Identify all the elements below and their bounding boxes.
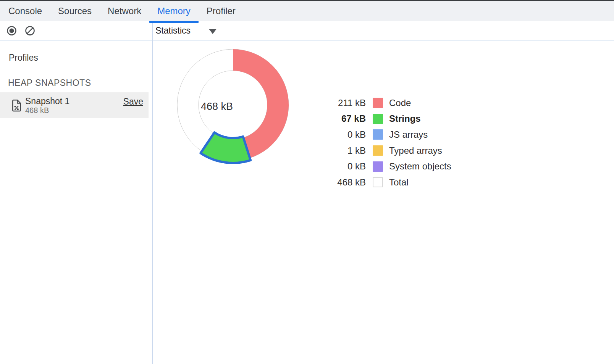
snapshot-list-item[interactable]: Snapshot 1 468 kB Save [0, 92, 149, 118]
memory-main-toolbar: Statistics [153, 21, 614, 41]
legend-label: Strings [389, 113, 421, 124]
active-tab-underline [149, 21, 199, 23]
legend-swatch-icon [373, 145, 383, 156]
legend-row-typed-arrays[interactable]: 1 kBTyped arrays [328, 143, 451, 159]
legend-size: 0 kB [328, 161, 366, 172]
legend-size: 67 kB [328, 113, 366, 124]
tab-memory[interactable]: Memory [149, 1, 199, 21]
donut-center-total-label: 468 kB [184, 101, 249, 113]
snapshot-title: Snapshot 1 [25, 96, 69, 106]
heap-snapshot-file-icon [12, 99, 21, 112]
legend-row-system-objects[interactable]: 0 kBSystem objects [328, 158, 451, 174]
tab-sources[interactable]: Sources [50, 1, 100, 21]
legend-row-code[interactable]: 211 kBCode [328, 95, 451, 111]
clear-icon [25, 26, 35, 36]
perspective-dropdown[interactable]: Statistics [155, 26, 217, 36]
legend-label: JS arrays [389, 129, 428, 140]
legend-swatch-icon [373, 177, 383, 187]
legend-row-total[interactable]: 468 kBTotal [328, 174, 451, 190]
tab-network[interactable]: Network [100, 1, 149, 21]
record-heap-snapshot-button[interactable] [6, 26, 17, 36]
chevron-down-icon [209, 29, 217, 34]
legend-row-js-arrays[interactable]: 0 kBJS arrays [328, 127, 451, 143]
legend-label: System objects [389, 161, 451, 172]
legend-size: 1 kB [328, 145, 366, 156]
legend-swatch-icon [373, 129, 383, 140]
profiles-heading: Profiles [9, 53, 152, 63]
legend-label: Total [389, 177, 409, 188]
legend-row-strings[interactable]: 67 kBStrings [328, 111, 451, 127]
memory-main-panel: Statistics 468 kB 211 kBCode67 kBStrings… [153, 21, 614, 364]
legend-size: 468 kB [328, 177, 366, 188]
legend-label: Typed arrays [389, 145, 442, 156]
snapshot-size: 468 kB [25, 106, 69, 114]
profiles-sidebar: Profiles HEAP SNAPSHOTS Snapshot 1 468 k… [0, 21, 153, 364]
profiles-toolbar [0, 21, 152, 41]
save-snapshot-link[interactable]: Save [123, 97, 143, 107]
heap-snapshots-heading: HEAP SNAPSHOTS [8, 78, 152, 88]
chart-legend: 211 kBCode67 kBStrings0 kBJS arrays1 kBT… [328, 95, 451, 190]
legend-size: 0 kB [328, 129, 366, 140]
panel-body: Profiles HEAP SNAPSHOTS Snapshot 1 468 k… [0, 21, 614, 364]
legend-label: Code [389, 98, 411, 108]
legend-swatch-icon [373, 114, 383, 124]
statistics-chart-area: 468 kB 211 kBCode67 kBStrings0 kBJS arra… [153, 41, 614, 364]
clear-profiles-button[interactable] [25, 26, 35, 36]
donut-slice-strings[interactable] [200, 132, 250, 163]
record-icon [6, 26, 17, 36]
legend-size: 211 kB [328, 98, 366, 108]
devtools-tab-bar: ConsoleSourcesNetworkMemoryProfiler [0, 1, 614, 21]
tab-console[interactable]: Console [0, 1, 50, 21]
legend-swatch-icon [373, 98, 383, 108]
tab-profiler[interactable]: Profiler [199, 1, 244, 21]
snapshot-texts: Snapshot 1 468 kB [25, 96, 69, 114]
perspective-dropdown-label: Statistics [155, 26, 191, 36]
legend-swatch-icon [373, 161, 383, 172]
